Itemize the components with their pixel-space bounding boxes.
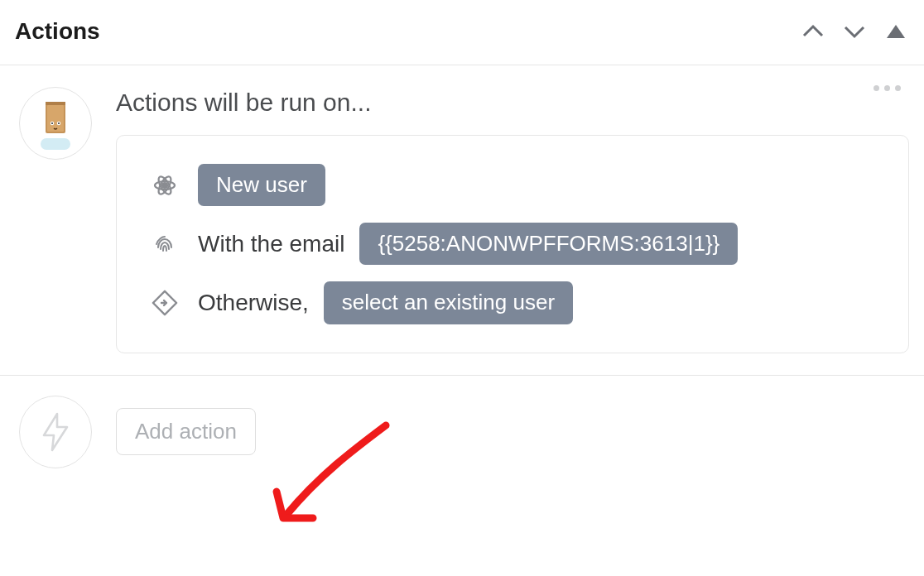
header-controls [800,18,909,45]
new-user-chip[interactable]: New user [198,164,325,206]
svg-point-8 [58,122,60,124]
rule-new-user: New user [135,156,890,214]
header: Actions [0,0,924,65]
section-heading: Actions will be run on... [116,89,909,117]
chevron-up-icon[interactable] [800,18,826,45]
with-email-label: With the email [198,231,344,257]
otherwise-label: Otherwise, [198,290,309,316]
atom-icon [147,172,183,199]
more-menu-icon[interactable] [869,80,906,96]
content-column: Actions will be run on... New user [116,87,909,353]
rule-otherwise: Otherwise, select an existing user [135,273,890,332]
footer-section: Add action [0,375,924,488]
existing-user-chip[interactable]: select an existing user [324,281,573,324]
actions-section: Actions will be run on... New user [0,65,924,375]
svg-marker-14 [44,414,67,450]
page-title: Actions [15,18,100,45]
svg-rect-3 [47,105,64,132]
chevron-down-icon[interactable] [841,18,868,45]
avatar-column [18,87,93,353]
email-token-chip[interactable]: {{5258:ANONWPFFORMS:3613|1}} [359,223,738,265]
lightning-icon [19,396,92,468]
svg-point-7 [51,122,53,124]
direction-icon [147,290,183,316]
action-icon-column [18,396,93,468]
rules-card: New user With the email {{5258:ANONWPFFO… [116,135,909,353]
user-avatar [19,87,92,160]
rule-with-email: With the email {{5258:ANONWPFFORMS:3613|… [135,214,890,273]
svg-marker-0 [887,25,905,38]
svg-point-9 [162,183,167,188]
svg-rect-4 [46,102,65,105]
fingerprint-icon [147,231,183,257]
svg-rect-1 [41,138,70,150]
triangle-up-icon[interactable] [883,18,909,45]
add-action-button[interactable]: Add action [116,408,256,455]
